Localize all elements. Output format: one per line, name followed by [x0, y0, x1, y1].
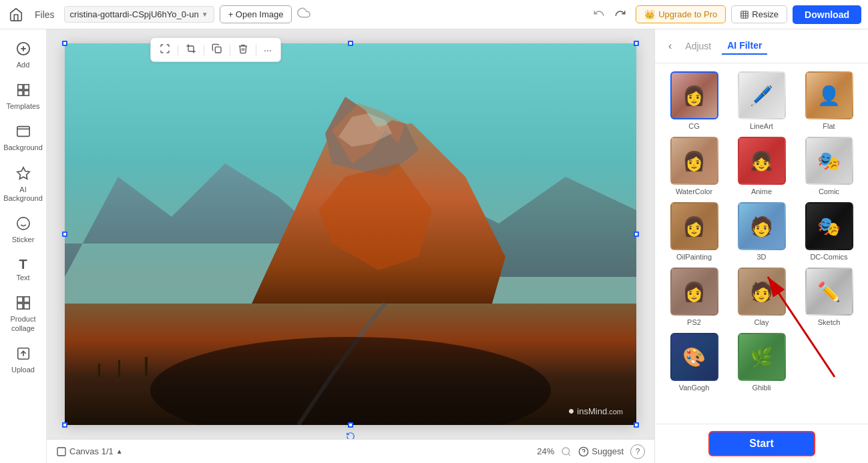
handle-bottom-right[interactable]: [634, 422, 639, 428]
add-icon: [16, 41, 31, 58]
filter-label-oilpainting: OilPainting: [676, 253, 712, 261]
filter-label-ghibli: Ghibli: [752, 384, 771, 392]
suggest-button[interactable]: Suggest: [578, 446, 624, 457]
rotate-handle[interactable]: [346, 432, 355, 439]
open-image-button[interactable]: + Open Image: [220, 5, 292, 23]
chevron-down-icon: ▼: [202, 11, 208, 18]
filter-thumb-ghibli: 🌿: [738, 333, 786, 381]
sidebar-label-templates: Templates: [6, 102, 39, 111]
filter-item-clay[interactable]: 🧑Clay: [730, 268, 793, 326]
filter-item-3d[interactable]: 🧑3D: [730, 202, 793, 261]
filter-item-anime[interactable]: 👧Anime: [730, 137, 793, 195]
canvas-chevron-icon: ▲: [116, 448, 123, 455]
svg-rect-6: [17, 91, 22, 95]
sidebar-item-product-collage[interactable]: Product collage: [3, 290, 43, 338]
filter-item-comic[interactable]: 🎭Comic: [798, 137, 860, 195]
help-button[interactable]: Suggest ?: [630, 444, 645, 459]
undo-redo-group: [589, 5, 630, 25]
sidebar-item-add[interactable]: Add: [3, 36, 43, 75]
back-button[interactable]: ‹: [666, 39, 674, 53]
resize-button[interactable]: Resize: [731, 5, 787, 23]
canvas-frame[interactable]: ● insMind.com: [65, 43, 636, 425]
templates-icon: [16, 83, 31, 99]
files-link[interactable]: Files: [31, 7, 59, 23]
filter-portrait-clay: 🧑: [739, 269, 785, 314]
undo-button[interactable]: [589, 5, 609, 25]
svg-rect-15: [17, 304, 22, 309]
handle-top-middle[interactable]: [348, 41, 353, 46]
handle-top-left[interactable]: [62, 41, 67, 46]
filter-portrait-ghibli: 🌿: [739, 334, 785, 380]
filter-item-watercolor[interactable]: 👩WaterColor: [663, 137, 725, 195]
sidebar-item-background[interactable]: Background: [3, 119, 43, 157]
filter-label-cg: CG: [688, 122, 700, 130]
delete-button[interactable]: [234, 41, 252, 58]
canvas-area: ···: [47, 29, 654, 463]
filter-item-dccomics[interactable]: 🎭DC-Comics: [798, 202, 860, 261]
filter-label-sketch: Sketch: [818, 318, 841, 326]
zoom-level: 24%: [537, 446, 554, 456]
sidebar-item-ai-background[interactable]: AI Background: [3, 161, 43, 208]
filename-display[interactable]: cristina-gottardi-CSpjU6hYo_0-un ▼: [64, 6, 214, 23]
filter-thumb-vangogh: 🎨: [670, 333, 718, 381]
filter-item-oilpainting[interactable]: 👩OilPainting: [663, 202, 725, 261]
svg-point-34: [562, 448, 570, 455]
sidebar-label-text: Text: [16, 274, 29, 282]
filter-portrait-lineart: 🖊️: [739, 73, 785, 118]
upgrade-button[interactable]: 👑 Upgrade to Pro: [636, 5, 726, 23]
filter-thumb-flat: 👤: [805, 71, 853, 119]
download-button[interactable]: Download: [793, 5, 861, 24]
filter-grid: 👩CG🖊️LineArt👤Flat👩WaterColor👧Anime🎭Comic…: [663, 71, 860, 392]
canvas-name[interactable]: Canvas 1/1 ▲: [56, 446, 123, 457]
handle-top-right[interactable]: [634, 41, 639, 46]
duplicate-button[interactable]: [208, 41, 226, 58]
svg-rect-4: [17, 85, 22, 89]
sidebar-item-sticker[interactable]: Sticker: [3, 211, 43, 250]
canvas-content[interactable]: ···: [47, 29, 654, 439]
sidebar-item-text[interactable]: T Text: [3, 252, 43, 288]
start-button[interactable]: Start: [708, 431, 815, 456]
filter-thumb-dccomics: 🎭: [805, 202, 853, 250]
svg-rect-8: [17, 127, 29, 137]
filter-label-comic: Comic: [819, 187, 839, 195]
filter-portrait-flat: 👤: [807, 73, 852, 118]
crop-button[interactable]: [182, 41, 200, 58]
filter-item-cg[interactable]: 👩CG: [663, 71, 725, 130]
sidebar-item-upload[interactable]: Upload: [3, 341, 43, 380]
canvas-name-text: Canvas 1/1: [69, 446, 114, 456]
resize-label: Resize: [752, 9, 779, 19]
fit-button[interactable]: [156, 41, 174, 58]
filter-item-flat[interactable]: 👤Flat: [798, 71, 860, 130]
filter-portrait-ps2: 👩: [672, 269, 717, 314]
cloud-icon: [297, 6, 310, 23]
upload-icon: [16, 346, 31, 363]
tab-adjust[interactable]: Adjust: [680, 38, 716, 54]
filter-item-lineart[interactable]: 🖊️LineArt: [730, 71, 793, 130]
handle-bottom-left[interactable]: [62, 422, 67, 428]
sidebar-label-sticker: Sticker: [12, 236, 35, 244]
filter-item-vangogh[interactable]: 🎨VanGogh: [663, 333, 725, 392]
tab-ai-filter[interactable]: AI Filter: [722, 37, 767, 55]
filter-portrait-anime: 👧: [739, 138, 785, 183]
redo-button[interactable]: [610, 5, 630, 25]
handle-bottom-middle[interactable]: [348, 422, 353, 428]
right-panel-bottom: Start: [655, 424, 868, 463]
filter-label-lineart: LineArt: [750, 122, 773, 130]
sidebar-label-upload: Upload: [11, 366, 35, 374]
svg-marker-9: [17, 167, 29, 178]
filter-thumb-ps2: 👩: [670, 268, 718, 316]
product-collage-icon: [16, 296, 31, 312]
filter-item-sketch[interactable]: ✏️Sketch: [798, 268, 860, 326]
svg-rect-7: [23, 91, 28, 95]
handle-middle-left[interactable]: [62, 232, 67, 237]
home-icon[interactable]: [7, 5, 25, 24]
sidebar-label-ai-background: AI Background: [3, 185, 43, 203]
zoom-icon: [561, 446, 572, 457]
svg-rect-0: [741, 11, 748, 18]
handle-middle-right[interactable]: [634, 232, 639, 237]
sidebar-item-templates[interactable]: Templates: [3, 77, 43, 116]
filter-item-ghibli[interactable]: 🌿Ghibli: [730, 333, 793, 392]
filter-label-dccomics: DC-Comics: [810, 253, 847, 261]
more-button[interactable]: ···: [260, 43, 275, 57]
filter-item-ps2[interactable]: 👩PS2: [663, 268, 725, 326]
